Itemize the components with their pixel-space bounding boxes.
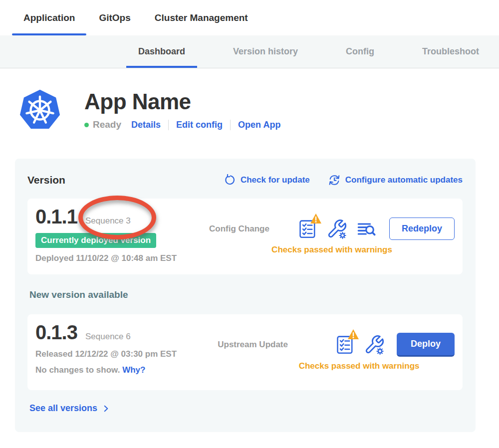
new-version-heading: New version available	[29, 289, 463, 300]
check-for-update-link[interactable]: Check for update	[224, 174, 310, 187]
no-changes-text: No changes to show.	[35, 365, 120, 375]
warning-triangle-icon	[310, 213, 322, 224]
status-badge: Ready	[93, 119, 121, 130]
configure-automatic-updates-label: Configure automatic updates	[345, 175, 463, 185]
details-link[interactable]: Details	[131, 120, 161, 130]
primary-nav: Application GitOps Cluster Management	[0, 0, 499, 35]
available-version-card: 0.1.3 Sequence 6 Released 12/12/22 @ 03:…	[27, 314, 463, 390]
view-files-search-icon[interactable]	[356, 219, 377, 239]
configure-automatic-updates-link[interactable]: Configure automatic updates	[328, 174, 463, 187]
kubernetes-logo-icon	[18, 88, 62, 132]
app-subnav: Dashboard Version history Config Trouble…	[0, 35, 499, 68]
chevron-right-icon	[101, 404, 110, 413]
version-section: Version Check for update Configure autom…	[15, 159, 476, 432]
checks-warning-text: Checks passed with warnings	[241, 361, 478, 371]
checks-warning-text: Checks passed with warnings	[209, 245, 455, 255]
tab-application[interactable]: Application	[12, 0, 86, 35]
tab-gitops[interactable]: GitOps	[87, 0, 142, 35]
why-link[interactable]: Why?	[122, 365, 145, 375]
deployed-sequence-label: Sequence 3	[85, 216, 131, 226]
version-section-title: Version	[27, 174, 65, 186]
release-source-label: Upstream Update	[218, 340, 288, 350]
currently-deployed-badge: Currently deployed version	[35, 233, 156, 248]
tab-config[interactable]: Config	[334, 35, 386, 68]
tab-version-history[interactable]: Version history	[221, 35, 310, 68]
open-app-link[interactable]: Open App	[230, 120, 280, 130]
clock-refresh-icon	[328, 174, 341, 187]
redeploy-button[interactable]: Redeploy	[389, 218, 455, 240]
config-wrench-icon[interactable]	[326, 219, 347, 239]
see-all-versions-link[interactable]: See all versions	[29, 403, 463, 414]
check-for-update-label: Check for update	[241, 175, 310, 185]
status-dot-icon	[84, 123, 89, 127]
see-all-versions-label: See all versions	[29, 403, 97, 414]
tab-cluster-management[interactable]: Cluster Management	[143, 0, 259, 35]
deploy-button[interactable]: Deploy	[397, 333, 455, 357]
released-timestamp: Released 12/12/22 @ 03:30 pm EST	[35, 349, 200, 359]
app-header: App Name Ready Details Edit config Open …	[18, 88, 499, 132]
deployed-timestamp: Deployed 11/10/22 @ 10:48 am EST	[35, 253, 200, 263]
config-wrench-icon[interactable]	[364, 334, 385, 355]
edit-config-link[interactable]: Edit config	[168, 120, 223, 130]
page-title: App Name	[84, 89, 280, 114]
release-source-label: Config Change	[209, 224, 269, 234]
available-sequence-label: Sequence 6	[85, 332, 131, 342]
tab-troubleshoot[interactable]: Troubleshoot	[410, 35, 491, 68]
refresh-icon	[224, 174, 236, 187]
warning-triangle-icon	[347, 329, 359, 340]
deployed-version-card: 0.1.1 Sequence 3 Currently deployed vers…	[27, 199, 463, 274]
available-version-number: 0.1.3	[35, 321, 77, 344]
deployed-version-number: 0.1.1	[35, 206, 77, 228]
tab-dashboard[interactable]: Dashboard	[126, 35, 197, 68]
